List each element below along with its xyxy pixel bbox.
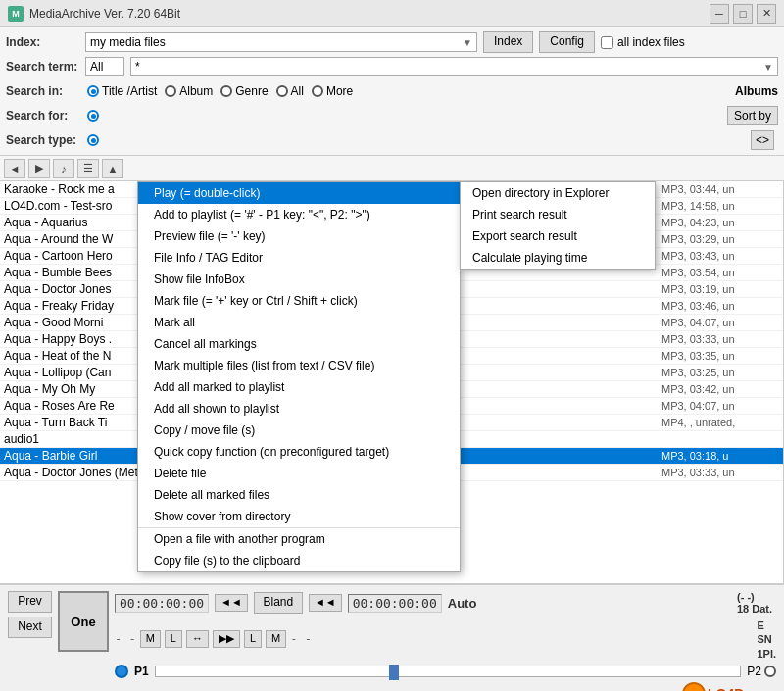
top-controls: Index: my media files ▼ Index Config all…: [0, 27, 784, 156]
right-info: (- -) 18 Dat.: [737, 591, 776, 615]
search-for-row: Search for: Sort by: [6, 105, 778, 126]
right-context-print[interactable]: Print search result: [461, 204, 655, 225]
bland-btn[interactable]: Bland: [254, 592, 303, 614]
context-menu-item-show-cover[interactable]: Show cover from directory: [138, 506, 460, 527]
context-menu-item-cancel-markings[interactable]: Cancel all markings: [138, 333, 460, 355]
time-left-display: 00:00:00:00: [115, 594, 209, 613]
progress-bar[interactable]: [155, 666, 742, 677]
config-button[interactable]: Config: [539, 31, 595, 53]
radio-all-label: All: [291, 84, 304, 98]
l-btn-1[interactable]: L: [165, 630, 182, 648]
file-list[interactable]: Karaoke - Rock me a MP3, 03:44, un LO4D.…: [0, 181, 784, 583]
toolbar: ◄ ▶ ♪ ☰ ▲: [0, 156, 784, 181]
one-button[interactable]: One: [58, 591, 109, 652]
m-btn-2[interactable]: M: [266, 630, 286, 648]
prev-button[interactable]: Prev: [8, 591, 52, 613]
search-term-combo[interactable]: * ▼: [130, 57, 778, 76]
loop-btn[interactable]: ↔: [186, 630, 209, 648]
context-menu-item-mark-multiple[interactable]: Mark multiple files (list from text / CS…: [138, 355, 460, 376]
ff-btn[interactable]: ▶▶: [213, 630, 240, 648]
content-area: Karaoke - Rock me a MP3, 03:44, un LO4D.…: [0, 181, 784, 583]
title-bar: M MediaArchive Ver. 7.20 64Bit ─ □ ✕: [0, 0, 784, 27]
skip-back-btn[interactable]: ◄◄: [215, 594, 248, 612]
context-menu-item-mark-all[interactable]: Mark all: [138, 312, 460, 333]
time-row: 00:00:00:00 ◄◄ Bland ◄◄ 00:00:00:00 Auto…: [115, 591, 776, 615]
index-combo[interactable]: my media files ▼: [85, 32, 477, 52]
sort-button[interactable]: Sort by: [727, 106, 778, 125]
toolbar-btn-1[interactable]: ◄: [4, 159, 25, 178]
context-menu-item-mark-file[interactable]: Mark file (= '+' key or Ctrl / Shift + c…: [138, 290, 460, 312]
search-term-type-value: All: [90, 60, 103, 74]
minimize-button[interactable]: ─: [710, 4, 729, 24]
title-bar-left: M MediaArchive Ver. 7.20 64Bit: [8, 6, 180, 22]
search-term-row: Search term: All * ▼: [6, 56, 778, 77]
index-label: Index:: [6, 35, 79, 49]
p2-radio[interactable]: P2: [747, 665, 776, 678]
radio-album-circle: [165, 85, 176, 97]
skip-fwd-btn[interactable]: ◄◄: [309, 594, 342, 612]
context-menu-item-open-other[interactable]: Open a file with another program: [138, 527, 460, 550]
right-context-open-dir[interactable]: Open directory in Explorer: [461, 182, 655, 204]
all-index-files-row: all index files: [601, 35, 685, 49]
context-menu-item-add-playlist[interactable]: Add to playlist (= '#' - P1 key: "<", P2…: [138, 204, 460, 225]
toolbar-btn-3[interactable]: ♪: [53, 159, 74, 178]
radio-more[interactable]: More: [312, 84, 353, 98]
app-icon: M: [8, 6, 24, 22]
index-button[interactable]: Index: [483, 31, 533, 53]
lo4d-text: LO4D.com: [708, 686, 776, 691]
toolbar-btn-4[interactable]: ☰: [77, 159, 99, 178]
context-menu-item-copy-clipboard[interactable]: Copy file (s) to the clipboard: [138, 550, 460, 571]
radio-all[interactable]: All: [276, 84, 304, 98]
context-menu-item-file-info[interactable]: File Info / TAG Editor: [138, 247, 460, 269]
context-menu: Play (= double-click) Add to playlist (=…: [137, 181, 461, 572]
index-arrow-icon: ▼: [463, 37, 472, 48]
onepl-label: 1Pl.: [757, 647, 776, 661]
right-info-1: (- -): [737, 591, 776, 603]
radio-genre[interactable]: Genre: [220, 84, 268, 98]
p2-label: P2: [747, 665, 761, 678]
main-window: Index: my media files ▼ Index Config all…: [0, 27, 784, 691]
radio-title-artist[interactable]: Title /Artist: [87, 84, 157, 98]
right-context-export[interactable]: Export search result: [461, 225, 655, 247]
maximize-button[interactable]: □: [733, 4, 753, 24]
context-menu-item-add-shown[interactable]: Add all shown to playlist: [138, 398, 460, 420]
radio-sf1[interactable]: [87, 110, 99, 122]
context-menu-item-play[interactable]: Play (= double-click): [138, 182, 460, 204]
context-menu-item-add-marked[interactable]: Add all marked to playlist: [138, 376, 460, 398]
e-label: E: [757, 618, 776, 632]
p2-radio-circle: [764, 666, 776, 677]
lo4d-icon: L4: [682, 682, 706, 691]
radio-album[interactable]: Album: [165, 84, 213, 98]
context-menu-item-delete[interactable]: Delete file: [138, 463, 460, 484]
radio-sf1-circle: [87, 110, 99, 122]
l-btn-2[interactable]: L: [244, 630, 262, 648]
radio-st1[interactable]: [87, 134, 99, 146]
context-menu-item-preview[interactable]: Preview file (= '-' key): [138, 225, 460, 247]
next-button[interactable]: Next: [8, 617, 52, 638]
close-button[interactable]: ✕: [757, 4, 776, 24]
context-menu-item-delete-marked[interactable]: Delete all marked files: [138, 484, 460, 506]
nav-button[interactable]: <>: [751, 130, 774, 150]
all-index-files-label: all index files: [617, 35, 685, 49]
context-menu-item-infobox[interactable]: Show file InfoBox: [138, 269, 460, 290]
radio-genre-circle: [220, 85, 232, 97]
logo-row: L4 LO4D.com: [682, 682, 776, 691]
bottom-row: Play Playliste Out SYN ◄◄ - - 00:00:00:0…: [115, 682, 776, 691]
context-menu-item-quick-copy[interactable]: Quick copy function (on preconfigured ta…: [138, 441, 460, 463]
m-btn-1[interactable]: M: [140, 630, 161, 648]
toolbar-btn-5[interactable]: ▲: [102, 159, 123, 178]
context-menu-item-copy-move[interactable]: Copy / move file (s): [138, 420, 460, 441]
albums-area: Albums: [735, 84, 778, 98]
search-type-label: Search type:: [6, 133, 79, 147]
search-term-label: Search term:: [6, 60, 79, 74]
all-index-files-checkbox[interactable]: [601, 36, 613, 49]
search-term-type-combo[interactable]: All: [85, 57, 124, 76]
search-in-label: Search in:: [6, 84, 79, 98]
right-context-calculate[interactable]: Calculate playing time: [461, 247, 655, 269]
transport-area: 00:00:00:00 ◄◄ Bland ◄◄ 00:00:00:00 Auto…: [115, 591, 776, 691]
radio-album-label: Album: [179, 84, 213, 98]
radio-more-circle: [312, 85, 323, 97]
progress-thumb[interactable]: [389, 665, 399, 680]
toolbar-btn-2[interactable]: ▶: [28, 159, 50, 178]
radio-title-artist-circle: [87, 85, 99, 97]
